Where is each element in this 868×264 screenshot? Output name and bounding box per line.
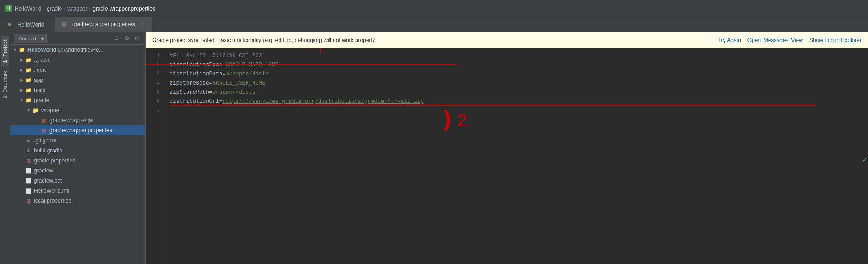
collapse-btn[interactable]: ⊟ — [132, 34, 142, 43]
tree-toolbar: ⟳ ⚙ ⊟ — [112, 34, 142, 43]
line-num-1: 1 — [146, 51, 164, 60]
expand-arrow-gradle-main: ▼ — [18, 97, 25, 103]
tree-label-wrapper: wrapper — [41, 107, 61, 113]
tree-item-app[interactable]: ▶ 📁 app — [10, 75, 145, 85]
sync-btn[interactable]: ⟳ — [112, 34, 121, 43]
line-numbers: 1 2 3 4 5 6 7 — [146, 48, 164, 264]
app-icon: H — [5, 5, 12, 12]
tree-label-local-props: local.properties — [34, 198, 71, 204]
tree-icon-root: 📁 — [18, 46, 26, 54]
main-layout: 1: Project 2: Structure Android Project … — [0, 32, 868, 264]
tree-icon-build: 📁 — [25, 86, 32, 94]
tree-icon-props: ▦ — [40, 127, 48, 134]
code-line-7 — [170, 106, 862, 115]
tabs-bar: ⊕ HelloWorld ▦ gradle-wrapper.properties… — [0, 17, 868, 32]
tree-item-gradle-properties[interactable]: ▶ ▦ gradle.properties — [10, 156, 145, 166]
tree-label-root: HelloWorld D:\andriodfile\He... — [27, 47, 104, 53]
tree-item-root[interactable]: ▼ 📁 HelloWorld D:\andriodfile\He... — [10, 45, 145, 55]
tree-item-build[interactable]: ▶ 📁 build — [10, 85, 145, 95]
code-editor: 1 2 3 4 5 6 7 #Fri Mar 26 15:16:59 CST 2… — [146, 48, 868, 264]
line3-key: distributionPath= — [170, 71, 225, 77]
line-num-5: 5 — [146, 88, 164, 97]
breadcrumb-gradle: gradle — [47, 5, 62, 12]
tree-item-build-gradle[interactable]: ▶ ⊕ build.gradle — [10, 145, 145, 156]
expand-arrow-idea: ▶ — [18, 67, 25, 73]
line-num-3: 3 — [146, 70, 164, 79]
tree-icon-gradle-properties: ▦ — [25, 157, 32, 164]
tree-item-gradlew-bat[interactable]: ▶ ⬜ gradlew.bat — [10, 176, 145, 186]
tree-icon-wrapper: 📁 — [32, 107, 39, 114]
line2-key: distributionBase= — [170, 62, 225, 68]
line4-key: zipStoreBase= — [170, 80, 213, 86]
sync-error-message: Gradle project sync failed. Basic functi… — [152, 37, 718, 43]
tree-item-gradlew[interactable]: ▶ ⬜ gradlew — [10, 166, 145, 176]
tree-icon-gradlew-bat: ⬜ — [25, 177, 32, 184]
line2-val: GRADLE_USER_HOME — [225, 62, 278, 68]
tab-helloworld[interactable]: ⊕ HelloWorld — [0, 17, 55, 32]
file-tree: Android Project ⟳ ⚙ ⊟ ▼ 📁 HelloWorld D:\… — [10, 32, 146, 264]
line5-val: wrapper/dists — [213, 89, 256, 96]
tree-icon-app: 📁 — [25, 76, 32, 84]
project-view-dropdown[interactable]: Android Project — [14, 34, 47, 43]
line-num-6: 6 — [146, 97, 164, 106]
code-line-6: distributionUrl=https\://services.gradle… — [170, 97, 862, 106]
tree-label-idea: .idea — [34, 67, 46, 73]
tab-gradle-wrapper-icon: ▦ — [60, 21, 68, 28]
tree-icon-idea: 📁 — [25, 66, 32, 74]
panel-structure-label[interactable]: 2: Structure — [1, 66, 9, 102]
tree-label-app: app — [34, 77, 43, 83]
tree-icon-gradlew: ⬜ — [25, 167, 32, 174]
expand-arrow-gradle-dir: ▶ — [18, 57, 25, 63]
tree-item-gradle-dir[interactable]: ▶ 📁 .gradle — [10, 55, 145, 65]
title-bar: H HelloWorld › gradle › wrapper › gradle… — [0, 0, 868, 17]
sync-banner-actions: Try Again Open 'Messages' View Show Log … — [718, 37, 862, 43]
panel-project-label[interactable]: 1: Project — [1, 36, 9, 66]
breadcrumb-app: HelloWorld — [15, 5, 41, 12]
expand-arrow-app: ▶ — [18, 77, 25, 83]
breadcrumb: HelloWorld › gradle › wrapper › gradle-w… — [15, 5, 155, 12]
code-line-5: zipStorePath=wrapper/dists — [170, 88, 862, 97]
tab-close-button[interactable]: × — [140, 21, 146, 27]
tab-helloworld-icon: ⊕ — [5, 21, 13, 28]
try-again-link[interactable]: Try Again — [718, 37, 741, 43]
tree-icon-iml: ⬜ — [25, 187, 32, 194]
sync-error-banner: Gradle project sync failed. Basic functi… — [146, 32, 868, 48]
tab-gradle-wrapper[interactable]: ▦ gradle-wrapper.properties × — [55, 17, 152, 32]
tree-label-iml: HelloWorld.iml — [34, 188, 69, 194]
code-line-2: distributionBase=GRADLE_USER_HOME — [170, 60, 862, 70]
open-messages-link[interactable]: Open 'Messages' View — [747, 37, 803, 43]
tree-label-gradlew-bat: gradlew.bat — [34, 178, 62, 184]
breadcrumb-file: gradle-wrapper.properties — [93, 5, 155, 12]
tree-item-helloworld-iml[interactable]: ▶ ⬜ HelloWorld.iml — [10, 186, 145, 196]
tree-label-build: build — [34, 87, 45, 93]
code-line-3: distributionPath=wrapper/dists — [170, 70, 862, 79]
tree-icon-gradle-main: 📁 — [25, 97, 32, 104]
error-underline-line6 — [170, 105, 816, 106]
tree-item-wrapper[interactable]: ▼ 📁 wrapper — [10, 105, 145, 115]
gutter-check-mark: ✓ — [862, 156, 868, 163]
tree-label-jar: gradle-wrapper.jar — [49, 117, 94, 124]
tree-item-idea[interactable]: ▶ 📁 .idea — [10, 65, 145, 75]
tree-item-gitignore[interactable]: ▶ ≡ .gitignore — [10, 135, 145, 145]
tree-label-gradlew: gradlew — [34, 167, 53, 174]
settings-btn[interactable]: ⚙ — [122, 34, 132, 43]
tree-item-gradle-props[interactable]: ▶ ▦ gradle-wrapper.properties — [10, 125, 145, 135]
tree-label-build-gradle: build.gradle — [34, 147, 62, 154]
code-line-1: #Fri Mar 26 15:16:59 CST 2021 — [170, 51, 862, 60]
tree-item-gradle-main[interactable]: ▼ 📁 gradle — [10, 95, 145, 105]
tab-gradle-wrapper-label: gradle-wrapper.properties — [72, 21, 135, 27]
code-content[interactable]: #Fri Mar 26 15:16:59 CST 2021 distributi… — [164, 48, 862, 264]
tree-label-gitignore: .gitignore — [34, 137, 56, 144]
line4-val: GRADLE_USER_HOME — [213, 80, 265, 86]
line6-val: https\://services.gradle.org/distributio… — [222, 98, 423, 105]
line-num-4: 4 — [146, 79, 164, 88]
tree-item-gradle-jar[interactable]: ▶ ▦ gradle-wrapper.jar — [10, 115, 145, 125]
tree-icon-gradle-dir: 📁 — [25, 56, 32, 64]
tree-label-gradle-properties: gradle.properties — [34, 157, 75, 164]
tree-label-gradle-main: gradle — [34, 97, 49, 103]
line-num-2: 2 — [146, 60, 164, 70]
line5-key: zipStorePath= — [170, 89, 213, 96]
tree-icon-build-gradle: ⊕ — [25, 147, 32, 154]
tree-item-local-properties[interactable]: ▶ ▦ local.properties — [10, 196, 145, 206]
show-log-link[interactable]: Show Log in Explorer — [809, 37, 862, 43]
